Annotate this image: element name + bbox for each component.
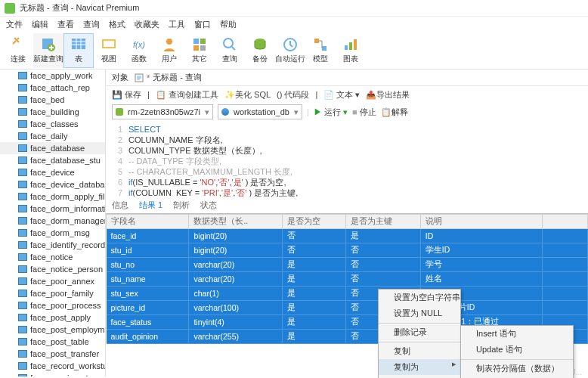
tool-chart[interactable]: 图表 xyxy=(336,33,366,68)
explain-button[interactable]: 📋解释 xyxy=(381,107,408,118)
table-row[interactable]: picture_idvarchar(100)是否人脸库图片ID xyxy=(107,301,588,315)
tool-backup[interactable]: 备份 xyxy=(245,33,275,68)
tree-item[interactable]: face_identify_record xyxy=(0,239,105,251)
tree-item[interactable]: face_poor_process xyxy=(0,299,105,311)
menu-item[interactable]: 查看 xyxy=(57,19,74,30)
ctx-sub-item[interactable]: Insert 语句 xyxy=(461,326,573,342)
table-tree[interactable]: face_apply_workface_attach_repface_bedfa… xyxy=(0,70,106,376)
tree-item[interactable]: face_database xyxy=(0,142,105,154)
tree-item[interactable]: face_device_database xyxy=(0,178,105,191)
result-tabs: 信息结果 1剖析状态 xyxy=(106,197,588,213)
database-combo[interactable]: workstation_db ▾ xyxy=(218,104,302,119)
text-button[interactable]: 📄 文本 ▾ xyxy=(323,89,360,101)
ctx-sub-item[interactable]: Update 语句 xyxy=(461,342,573,358)
tool-plug[interactable]: 连接 xyxy=(3,33,33,68)
sql-editor[interactable]: 1SELECT2 COLUMN_NAME 字段名,3 COLUMN_TYPE 数… xyxy=(106,121,588,197)
tool-model[interactable]: 模型 xyxy=(305,33,336,68)
tool-view[interactable]: 视图 xyxy=(94,33,124,68)
menu-item[interactable]: 窗口 xyxy=(194,19,211,30)
tree-item[interactable]: face_daily xyxy=(0,130,105,142)
tree-item[interactable]: face_notice_person xyxy=(0,263,105,275)
col-header[interactable]: 字段名 xyxy=(107,215,189,229)
export-button[interactable]: 📤导出结果 xyxy=(366,89,410,101)
ctx-item[interactable]: 复制 xyxy=(379,342,460,359)
save-button[interactable]: 💾 保存 xyxy=(112,89,141,101)
context-submenu[interactable]: Insert 语句Update 语句制表符分隔值（数据）制表符分隔值（字段名）制… xyxy=(460,325,574,378)
tab-current[interactable]: *无标题 - 查询 xyxy=(135,72,202,83)
menu-item[interactable]: 编辑 xyxy=(32,19,48,30)
tree-item[interactable]: face_device xyxy=(0,166,105,178)
table-row[interactable]: face_idbigint(20)否是ID xyxy=(107,229,588,243)
tool-auto[interactable]: 自动运行 xyxy=(275,33,305,68)
tree-item[interactable]: face_record_workstudy xyxy=(0,360,105,372)
col-header[interactable]: 是否为空 xyxy=(283,215,345,229)
svg-rect-17 xyxy=(349,42,352,50)
menu-item[interactable]: 文件 xyxy=(6,19,23,30)
svg-rect-2 xyxy=(72,39,85,49)
tree-item[interactable]: face_post_transfer xyxy=(0,348,105,360)
tool-other[interactable]: 其它 xyxy=(184,33,215,68)
tool-query[interactable]: 查询 xyxy=(215,33,245,68)
table-row[interactable]: stu_idbigint(20)否否学生ID xyxy=(107,243,588,258)
tree-item[interactable]: face_classes xyxy=(0,118,105,130)
tool-user[interactable]: 用户 xyxy=(154,33,184,68)
tool-table[interactable]: 表 xyxy=(63,33,94,68)
tree-item[interactable]: face_apply_work xyxy=(0,70,105,82)
builder-button[interactable]: 📋 查询创建工具 xyxy=(156,89,218,101)
result-tab[interactable]: 结果 1 xyxy=(139,200,162,211)
svg-rect-8 xyxy=(200,39,206,44)
table-row[interactable]: stu_novarchar(20)是否学号 xyxy=(107,258,588,272)
tree-item[interactable]: face_poor_family xyxy=(0,287,105,299)
svg-text:f(x): f(x) xyxy=(133,40,145,49)
table-row[interactable]: stu_namevarchar(20)是否姓名 xyxy=(107,272,588,287)
ctx-item[interactable]: 复制为 xyxy=(379,359,460,375)
editor-tabs: 对象 *无标题 - 查询 xyxy=(106,70,588,86)
run-button[interactable]: ▶ 运行 ▾ xyxy=(314,107,348,118)
svg-rect-16 xyxy=(345,45,348,50)
ctx-item[interactable]: 粘贴 xyxy=(379,375,460,378)
menu-item[interactable]: 收藏夹 xyxy=(135,19,159,30)
server-combo[interactable]: rm-2zetn83n05wz7i ▾ xyxy=(112,104,213,119)
tool-newq[interactable]: 新建查询 xyxy=(33,33,63,68)
tree-item[interactable]: face_post_table xyxy=(0,336,105,348)
col-header[interactable]: 数据类型（长.. xyxy=(189,215,283,229)
tree-item[interactable]: face_dorm_msg xyxy=(0,227,105,239)
tree-item[interactable]: face_notice xyxy=(0,251,105,263)
svg-rect-15 xyxy=(322,46,326,51)
tree-item[interactable]: face_database_stu xyxy=(0,154,105,166)
ctx-item[interactable]: 删除记录 xyxy=(379,323,460,340)
window-title: 无标题 - 查询 - Navicat Premium xyxy=(20,2,139,14)
tree-item[interactable]: face_post_apply xyxy=(0,311,105,324)
tree-item[interactable]: face_dorm_apply_file xyxy=(0,191,105,203)
codeseg-button[interactable]: () 代码段 xyxy=(277,89,309,101)
result-tab[interactable]: 剖析 xyxy=(173,200,190,211)
menu-item[interactable]: 查询 xyxy=(83,19,100,30)
svg-rect-14 xyxy=(314,39,319,43)
col-header[interactable]: 说明 xyxy=(420,215,542,229)
result-tab[interactable]: 状态 xyxy=(200,200,217,211)
tree-item[interactable]: face_building xyxy=(0,106,105,118)
tree-item[interactable]: face_dorm_manager xyxy=(0,215,105,227)
context-menu[interactable]: 设置为空白字符串设置为 NULL删除记录复制复制为粘贴显示 xyxy=(378,289,461,378)
menu-item[interactable]: 工具 xyxy=(169,19,185,30)
query-actions: 💾 保存 | 📋 查询创建工具 ✨美化 SQL () 代码段 | 📄 文本 ▾ … xyxy=(106,86,588,103)
menu-item[interactable]: 格式 xyxy=(109,19,125,30)
svg-rect-18 xyxy=(354,39,357,50)
tree-item[interactable]: face_bed xyxy=(0,94,105,106)
tree-item[interactable]: face_dorm_information xyxy=(0,203,105,215)
table-row[interactable]: stu_sexchar(1)是否性别 xyxy=(107,287,588,301)
col-header[interactable]: 是否为主键 xyxy=(345,215,420,229)
tool-fx[interactable]: f(x)函数 xyxy=(124,33,154,68)
ctx-sub-item[interactable]: 制表符分隔值（数据） xyxy=(461,359,573,376)
ctx-item[interactable]: 设置为空白字符串 xyxy=(379,290,460,305)
tree-item[interactable]: face_poor_annex xyxy=(0,275,105,287)
svg-point-6 xyxy=(166,39,172,45)
tree-item[interactable]: face_repair_note xyxy=(0,372,105,376)
result-tab[interactable]: 信息 xyxy=(112,200,128,211)
beautify-button[interactable]: ✨美化 SQL xyxy=(224,89,271,101)
tree-item[interactable]: face_post_employment xyxy=(0,324,105,336)
menu-item[interactable]: 帮助 xyxy=(220,19,237,30)
tab-objects[interactable]: 对象 xyxy=(112,72,128,83)
tree-item[interactable]: face_attach_rep xyxy=(0,82,105,94)
ctx-item[interactable]: 设置为 NULL xyxy=(379,305,460,321)
